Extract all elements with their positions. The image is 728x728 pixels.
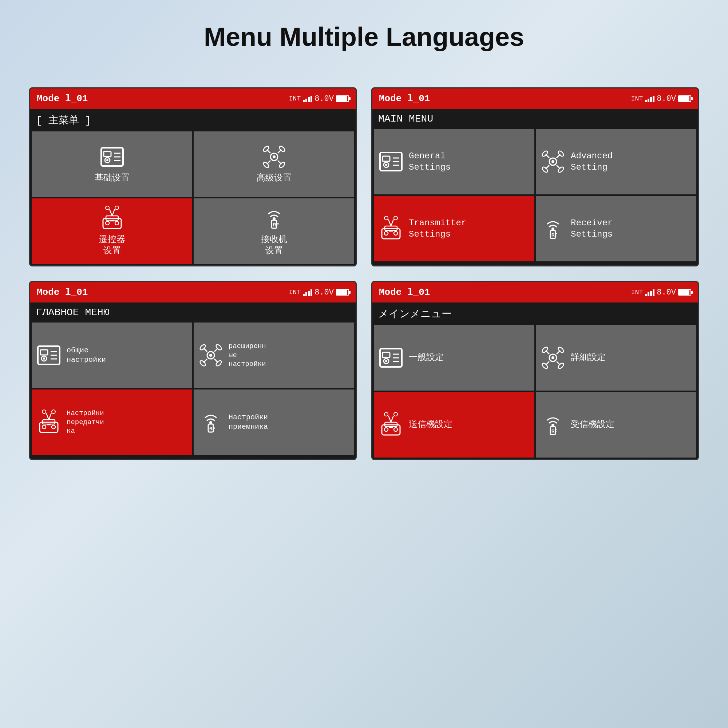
status-2: INT 8.0V <box>631 94 691 103</box>
model-label-2: Mode l_01 <box>379 93 430 104</box>
menu-item-general-2[interactable]: GeneralSettings <box>374 129 534 194</box>
general-settings-icon-4 <box>378 345 404 370</box>
svg-point-90 <box>385 360 387 362</box>
menu-item-label-general-3: общиенастройки <box>67 346 106 365</box>
svg-rect-1 <box>104 151 111 156</box>
int-label-3: INT <box>289 289 301 296</box>
svg-text:RF: RF <box>209 426 215 431</box>
menu-item-transmitter-3[interactable]: Настройкипередатчика <box>32 390 192 455</box>
drone-icon-1 <box>262 144 287 170</box>
signal-icon-1 <box>303 95 312 102</box>
screen-header-1: Mode l_01 INT 8.0V <box>30 89 356 109</box>
menu-item-transmitter-1[interactable]: 遥控器设置 <box>32 198 192 264</box>
menu-title-1: [ 主菜单 ] <box>30 109 356 130</box>
drone-icon-2 <box>540 149 566 174</box>
menu-item-general-4[interactable]: 一般設定 <box>374 325 534 391</box>
menu-item-label-transmitter-4: 送信機設定 <box>409 419 453 430</box>
svg-point-112 <box>394 412 398 416</box>
svg-point-19 <box>106 221 109 225</box>
menu-item-label-transmitter-2: TransmitterSettings <box>409 217 466 240</box>
menu-item-drone-3[interactable]: расширенныенастройки <box>194 323 354 388</box>
drone-icon-3 <box>198 343 223 368</box>
int-label-1: INT <box>289 95 301 102</box>
menu-grid-4: 一般設定 詳細設定 <box>372 324 698 459</box>
menu-grid-3: общиенастройки расширенныенастройки <box>30 321 356 456</box>
svg-text:RF: RF <box>551 429 557 434</box>
battery-icon-1 <box>336 95 349 102</box>
menu-item-label-receiver-2: ReceiverSettings <box>571 217 613 240</box>
svg-point-95 <box>551 356 554 359</box>
menu-item-label-receiver-3: Настройкиприемника <box>229 413 268 432</box>
svg-point-78 <box>52 425 55 429</box>
svg-point-32 <box>385 164 387 166</box>
menu-item-receiver-2[interactable]: RF ReceiverSettings <box>536 196 696 262</box>
menu-item-label-advanced-3: расширенныенастройки <box>229 342 266 369</box>
menu-item-receiver-4[interactable]: RF 受信機設定 <box>536 392 696 457</box>
svg-point-110 <box>384 412 388 416</box>
svg-text:RF: RF <box>551 232 557 238</box>
svg-point-37 <box>551 160 554 163</box>
int-label-4: INT <box>631 289 643 296</box>
menu-item-label-receiver-4: 受信機設定 <box>571 419 615 430</box>
svg-line-22 <box>110 209 112 216</box>
menu-item-general-1[interactable]: 基础设置 <box>32 132 192 197</box>
transmitter-icon-2 <box>378 216 404 241</box>
general-settings-icon-3 <box>36 343 61 368</box>
transmitter-icon-3 <box>36 410 61 435</box>
menu-item-label-general-2: GeneralSettings <box>409 150 451 173</box>
svg-point-3 <box>106 159 109 161</box>
svg-line-109 <box>388 416 391 422</box>
battery-icon-4 <box>678 289 691 295</box>
svg-point-81 <box>42 410 46 413</box>
receiver-icon-3: RF <box>198 410 223 435</box>
screen-japanese: Mode l_01 INT 8.0V メインメニュー <box>371 281 699 460</box>
svg-point-107 <box>394 428 398 431</box>
svg-point-49 <box>394 231 398 235</box>
svg-point-52 <box>384 216 388 220</box>
menu-title-3: ГЛАВНОЕ МЕНЮ <box>30 303 356 321</box>
svg-point-77 <box>42 425 46 429</box>
svg-rect-59 <box>40 350 48 355</box>
general-settings-icon-1 <box>99 144 125 170</box>
svg-point-106 <box>384 428 388 431</box>
svg-point-83 <box>52 410 55 413</box>
menu-grid-2: GeneralSettings AdvancedSetting <box>372 127 698 263</box>
svg-line-53 <box>391 219 393 226</box>
receiver-icon-2: RF <box>540 216 566 241</box>
screen-header-2: Mode l_01 INT 8.0V <box>372 89 698 109</box>
menu-item-transmitter-2[interactable]: TransmitterSettings <box>374 196 534 262</box>
receiver-icon-4: RF <box>540 412 566 437</box>
battery-icon-2 <box>678 95 691 102</box>
menu-item-label-general-1: 基础设置 <box>95 173 130 184</box>
menu-item-label-drone-1: 高级设置 <box>257 173 292 184</box>
screen-header-3: Mode l_01 INT 8.0V <box>30 282 356 303</box>
transmitter-icon-4 <box>378 412 404 437</box>
svg-point-8 <box>273 155 275 158</box>
menu-item-drone-4[interactable]: 詳細設定 <box>536 325 696 391</box>
menu-item-label-transmitter-1: 遥控器设置 <box>99 234 125 257</box>
menu-item-drone-1[interactable]: 高级设置 <box>194 132 354 197</box>
svg-point-23 <box>106 206 109 210</box>
int-label-2: INT <box>631 95 643 102</box>
model-label-1: Mode l_01 <box>37 93 88 104</box>
signal-icon-4 <box>645 289 655 296</box>
svg-rect-30 <box>382 156 390 161</box>
status-1: INT 8.0V <box>289 94 349 103</box>
menu-item-receiver-3[interactable]: RF Настройкиприемника <box>194 390 354 455</box>
transmitter-icon-1 <box>99 206 125 231</box>
menu-item-receiver-1[interactable]: RF 接收机设置 <box>194 198 354 264</box>
menu-item-drone-2[interactable]: AdvancedSetting <box>536 129 696 194</box>
screen-english: Mode l_01 INT 8.0V MAIN MENU <box>371 87 699 266</box>
status-4: INT 8.0V <box>631 288 691 297</box>
svg-point-20 <box>115 221 119 225</box>
general-settings-icon-2 <box>378 149 404 174</box>
model-label-3: Mode l_01 <box>37 287 88 298</box>
svg-line-24 <box>112 209 115 216</box>
svg-line-82 <box>49 413 51 420</box>
menu-item-general-3[interactable]: общиенастройки <box>32 323 192 388</box>
menu-item-label-transmitter-3: Настройкипередатчика <box>67 409 104 436</box>
menu-item-transmitter-4[interactable]: 送信機設定 <box>374 392 534 457</box>
menu-item-label-advanced-4: 詳細設定 <box>571 352 606 363</box>
receiver-icon-1: RF <box>262 206 287 231</box>
battery-icon-3 <box>336 289 349 295</box>
